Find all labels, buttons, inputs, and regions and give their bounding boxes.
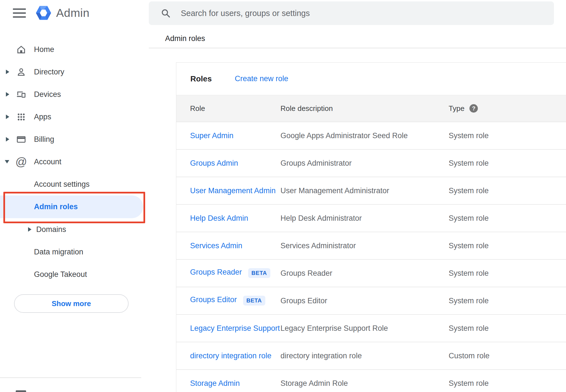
role-type: System role bbox=[449, 214, 566, 223]
expand-arrow-icon[interactable] bbox=[6, 137, 9, 142]
admin-console-page: Admin Home bbox=[0, 0, 566, 392]
expand-arrow-icon[interactable] bbox=[28, 227, 31, 232]
sidebar-item-label: Data migration bbox=[34, 248, 83, 256]
role-description: Storage Admin Role bbox=[280, 379, 449, 388]
table-row: Help Desk Admin Help Desk Administrator … bbox=[176, 204, 566, 232]
sidebar-item-label: Billing bbox=[34, 135, 54, 144]
admin-logo-icon bbox=[36, 5, 51, 21]
role-description: Services Administrator bbox=[280, 241, 449, 250]
role-type: System role bbox=[449, 159, 566, 168]
table-row: Services Admin Services Administrator Sy… bbox=[176, 232, 566, 259]
role-type: System role bbox=[449, 379, 566, 388]
sidebar-item-label: Account settings bbox=[34, 180, 90, 189]
billing-card-icon bbox=[16, 134, 26, 145]
create-new-role-link[interactable]: Create new role bbox=[235, 74, 288, 83]
table-row: Storage Admin Storage Admin Role System … bbox=[176, 369, 566, 392]
sidebar-item-billing[interactable]: Billing bbox=[0, 128, 149, 151]
column-header-type: Type bbox=[449, 104, 464, 113]
card-title: Roles bbox=[190, 74, 212, 83]
role-type: System role bbox=[449, 186, 566, 195]
role-description: Help Desk Administrator bbox=[280, 214, 449, 223]
partial-bottom-icon bbox=[16, 390, 26, 392]
apps-grid-icon bbox=[16, 112, 26, 122]
sidebar-item-label: Directory bbox=[34, 68, 64, 76]
role-description: User Management Administrator bbox=[280, 186, 449, 195]
expand-arrow-icon[interactable] bbox=[6, 70, 9, 74]
person-icon bbox=[16, 67, 26, 77]
card-title-row: Roles Create new role bbox=[176, 63, 566, 95]
sidebar-header: Admin bbox=[0, 4, 90, 22]
role-type: Custom role bbox=[449, 352, 566, 360]
role-type: System role bbox=[449, 324, 566, 333]
search-icon bbox=[161, 8, 171, 18]
table-row: User Management Admin User Management Ad… bbox=[176, 177, 566, 204]
collapse-arrow-icon[interactable] bbox=[5, 160, 9, 163]
roles-card: Roles Create new role Role Role descript… bbox=[176, 62, 566, 392]
table-row: Groups ReaderBETA Groups Reader System r… bbox=[176, 259, 566, 287]
sidebar-item-label: Google Takeout bbox=[34, 270, 87, 279]
table-row: Legacy Enterprise Support Legacy Enterpr… bbox=[176, 314, 566, 342]
expand-arrow-icon[interactable] bbox=[6, 92, 9, 97]
sidebar-item-admin-roles[interactable]: Admin roles bbox=[0, 195, 149, 218]
sidebar-item-label: Home bbox=[34, 45, 54, 54]
role-type: System role bbox=[449, 241, 566, 250]
role-type: System role bbox=[449, 297, 566, 305]
role-link[interactable]: Storage Admin bbox=[190, 379, 240, 388]
help-icon[interactable]: ? bbox=[469, 104, 478, 113]
column-header-description: Role description bbox=[280, 104, 449, 113]
sidebar-divider bbox=[0, 377, 141, 378]
role-description: directory integration role bbox=[280, 352, 449, 360]
devices-icon bbox=[16, 89, 26, 100]
sidebar-item-label: Account bbox=[34, 158, 61, 166]
sidebar-item-label: Apps bbox=[34, 113, 51, 121]
table-header-row: Role Role description Type ? bbox=[176, 95, 566, 122]
role-link[interactable]: Super Admin bbox=[190, 131, 234, 140]
role-link[interactable]: Groups Editor bbox=[190, 295, 237, 304]
table-row: directory integration role directory int… bbox=[176, 342, 566, 369]
role-link[interactable]: Legacy Enterprise Support bbox=[190, 324, 280, 332]
beta-badge: BETA bbox=[248, 268, 270, 278]
sidebar: Admin Home bbox=[0, 0, 149, 392]
home-icon bbox=[16, 44, 26, 55]
sidebar-item-devices[interactable]: Devices bbox=[0, 83, 149, 106]
sidebar-item-domains[interactable]: Domains bbox=[0, 218, 149, 241]
search-input[interactable] bbox=[181, 9, 554, 18]
role-link[interactable]: User Management Admin bbox=[190, 186, 276, 195]
role-description: Groups Administrator bbox=[280, 159, 449, 168]
sidebar-item-label: Devices bbox=[34, 90, 61, 99]
role-description: Legacy Enterprise Support Role bbox=[280, 324, 449, 333]
role-description: Google Apps Administrator Seed Role bbox=[280, 131, 449, 140]
table-row: Groups EditorBETA Groups Editor System r… bbox=[176, 287, 566, 314]
role-link[interactable]: Groups Reader bbox=[190, 268, 242, 276]
breadcrumb: Admin roles bbox=[165, 34, 205, 43]
role-link[interactable]: directory integration role bbox=[190, 352, 271, 360]
sidebar-item-data-migration[interactable]: Data migration bbox=[0, 241, 149, 263]
sidebar-item-home[interactable]: Home bbox=[0, 38, 149, 61]
show-more-button[interactable]: Show more bbox=[14, 294, 129, 313]
sidebar-item-account[interactable]: @ Account bbox=[0, 151, 149, 173]
table-row: Super Admin Google Apps Administrator Se… bbox=[176, 122, 566, 149]
sidebar-item-google-takeout[interactable]: Google Takeout bbox=[0, 263, 149, 286]
role-link[interactable]: Help Desk Admin bbox=[190, 214, 248, 222]
table-row: Groups Admin Groups Administrator System… bbox=[176, 149, 566, 177]
role-link[interactable]: Groups Admin bbox=[190, 159, 238, 167]
role-description: Groups Reader bbox=[280, 269, 449, 278]
sidebar-item-label: Admin roles bbox=[34, 202, 78, 211]
role-link[interactable]: Services Admin bbox=[190, 241, 242, 250]
column-header-role: Role bbox=[176, 104, 280, 113]
app-title: Admin bbox=[56, 6, 90, 20]
expand-arrow-icon[interactable] bbox=[6, 115, 9, 119]
account-at-icon: @ bbox=[16, 157, 26, 167]
beta-badge: BETA bbox=[243, 296, 265, 306]
search-bar[interactable] bbox=[149, 1, 554, 25]
role-description: Groups Editor bbox=[280, 297, 449, 305]
role-type: System role bbox=[449, 269, 566, 278]
sidebar-nav: Home Directory bbox=[0, 38, 149, 286]
sidebar-item-account-settings[interactable]: Account settings bbox=[0, 173, 149, 195]
header-divider bbox=[149, 48, 566, 48]
menu-icon[interactable] bbox=[13, 8, 26, 18]
sidebar-item-directory[interactable]: Directory bbox=[0, 61, 149, 83]
sidebar-item-apps[interactable]: Apps bbox=[0, 106, 149, 128]
role-type: System role bbox=[449, 131, 566, 140]
sidebar-item-label: Domains bbox=[36, 225, 66, 234]
